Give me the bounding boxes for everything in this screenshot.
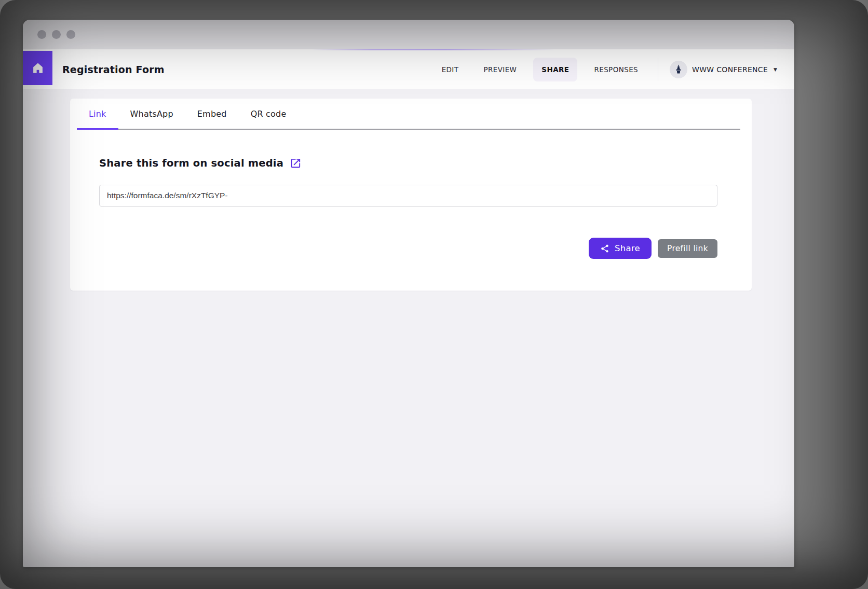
window-control-dot[interactable]: [66, 30, 75, 39]
nav-item-edit[interactable]: EDIT: [433, 58, 467, 81]
nav-item-preview[interactable]: PREVIEW: [475, 58, 525, 81]
avatar: [670, 61, 687, 78]
speaker-podium-icon: [673, 64, 684, 75]
share-heading: Share this form on social media: [99, 157, 283, 169]
tab-link[interactable]: Link: [77, 99, 118, 129]
share-icon: [600, 244, 609, 253]
chevron-down-icon: ▼: [774, 67, 777, 72]
nav-item-share[interactable]: SHARE: [533, 58, 577, 81]
home-button[interactable]: [23, 51, 52, 85]
share-link-section: Share this form on social media: [70, 130, 752, 259]
window-control-dot[interactable]: [52, 30, 61, 39]
window-titlebar: [23, 20, 794, 49]
form-url-input[interactable]: [99, 185, 717, 207]
tab-whatsapp[interactable]: WhatsApp: [118, 99, 185, 129]
external-link-icon: [290, 157, 302, 169]
share-card: Link WhatsApp Embed QR code Share this f…: [70, 99, 752, 291]
home-icon: [31, 61, 45, 75]
app-header: Registration Form EDIT PREVIEW SHARE RES…: [23, 49, 794, 89]
prefill-link-button[interactable]: Prefill link: [658, 239, 717, 258]
desktop-background: Registration Form EDIT PREVIEW SHARE RES…: [0, 0, 868, 589]
open-form-link[interactable]: [290, 157, 302, 169]
content-area: Link WhatsApp Embed QR code Share this f…: [23, 89, 794, 567]
tab-qr-code[interactable]: QR code: [239, 99, 299, 129]
window-control-dot[interactable]: [37, 30, 46, 39]
account-menu[interactable]: WWW CONFERENCE ▼: [670, 61, 777, 78]
browser-window: Registration Form EDIT PREVIEW SHARE RES…: [23, 20, 794, 567]
account-name: WWW CONFERENCE: [692, 65, 768, 74]
page-title: Registration Form: [62, 64, 165, 75]
header-nav: EDIT PREVIEW SHARE RESPONSES: [433, 58, 794, 81]
loading-bar-artifact: [311, 49, 555, 50]
action-buttons-row: Share Prefill link: [99, 238, 717, 259]
tab-embed[interactable]: Embed: [185, 99, 239, 129]
share-button-label: Share: [615, 243, 640, 253]
nav-item-responses[interactable]: RESPONSES: [586, 58, 646, 81]
share-tabbar: Link WhatsApp Embed QR code: [77, 99, 740, 130]
header-divider: [658, 58, 658, 81]
share-button[interactable]: Share: [589, 238, 652, 259]
